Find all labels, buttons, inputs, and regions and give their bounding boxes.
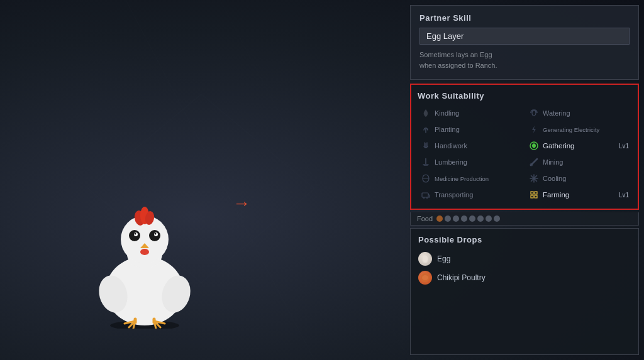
food-icon-4	[461, 215, 467, 222]
work-item-watering: Watering	[526, 106, 631, 121]
chicken-character	[50, 215, 164, 341]
farming-level: Lv1	[619, 192, 629, 199]
possible-drops-title: Possible Drops	[418, 235, 631, 244]
mining-label: Mining	[543, 158, 629, 166]
transporting-icon	[420, 189, 431, 200]
work-grid: Kindling Watering Planting	[418, 106, 631, 202]
svg-point-53	[423, 256, 428, 263]
svg-point-46	[423, 197, 425, 199]
kindling-icon	[420, 107, 431, 119]
work-suitability-section: Work Suitability Kindling Watering	[410, 84, 639, 210]
farming-icon	[528, 189, 540, 200]
food-icon-6	[477, 215, 484, 222]
work-item-gathering: Gathering Lv1	[526, 138, 631, 153]
svg-point-55	[422, 275, 428, 280]
work-item-farming: Farming Lv1	[526, 187, 631, 202]
svg-rect-49	[535, 192, 537, 194]
electricity-label: Generating Electricity	[543, 126, 629, 133]
work-suitability-title: Work Suitability	[418, 91, 631, 101]
skill-description: Sometimes lays an Eggwhen assigned to Ra…	[419, 50, 630, 70]
gathering-label: Gathering	[543, 142, 614, 150]
food-icon-1	[436, 215, 443, 222]
cooling-icon	[528, 173, 540, 184]
work-item-handiwork: Handiwork	[418, 138, 523, 153]
svg-rect-48	[531, 192, 533, 194]
electricity-icon	[528, 124, 540, 135]
svg-point-23	[155, 233, 157, 235]
svg-point-38	[530, 163, 533, 166]
food-icon-7	[486, 215, 492, 222]
work-item-lumbering: Lumbering	[418, 155, 523, 170]
gathering-icon	[528, 140, 540, 151]
work-item-cooling: Cooling	[526, 171, 631, 186]
planting-icon	[420, 124, 431, 135]
food-icon-2	[445, 215, 451, 222]
work-item-electricity: Generating Electricity	[526, 122, 631, 137]
work-item-mining: Mining	[526, 155, 631, 170]
partner-skill-section: Partner Skill Egg Layer Sometimes lays a…	[410, 5, 639, 80]
svg-rect-50	[531, 195, 533, 198]
work-item-planting: Planting	[418, 122, 523, 137]
work-item-kindling: Kindling	[418, 106, 523, 121]
svg-rect-51	[535, 195, 537, 198]
lumbering-icon	[420, 156, 431, 168]
svg-point-33	[532, 111, 536, 116]
pointing-arrow: →	[233, 194, 249, 214]
svg-point-22	[135, 233, 136, 235]
work-item-transporting: Transporting	[418, 187, 523, 202]
watering-icon	[528, 107, 540, 119]
svg-marker-34	[532, 126, 536, 133]
partner-skill-title: Partner Skill	[419, 13, 630, 23]
lumbering-label: Lumbering	[435, 158, 521, 166]
svg-line-1	[220, 0, 409, 360]
egg-label: Egg	[437, 254, 450, 263]
handiwork-label: Handiwork	[435, 142, 521, 150]
transporting-label: Transporting	[435, 191, 521, 199]
mining-icon	[528, 156, 540, 168]
drop-item-egg: Egg	[418, 249, 631, 268]
food-icon-5	[469, 215, 475, 222]
food-icon-8	[494, 215, 500, 222]
poultry-label: Chikipi Poultry	[437, 273, 486, 282]
drop-item-poultry: Chikipi Poultry	[418, 268, 631, 287]
farming-label: Farming	[543, 191, 614, 199]
svg-point-47	[426, 197, 428, 199]
watering-label: Watering	[543, 109, 629, 117]
food-bar: Food	[410, 212, 639, 226]
svg-point-17	[140, 249, 149, 255]
svg-rect-45	[422, 193, 428, 197]
gathering-level: Lv1	[619, 143, 629, 150]
svg-rect-36	[425, 158, 426, 164]
kindling-label: Kindling	[435, 109, 521, 117]
skill-name: Egg Layer	[419, 28, 630, 45]
right-panel: Partner Skill Egg Layer Sometimes lays a…	[405, 0, 644, 360]
medicine-label: Medicine Production	[435, 175, 521, 182]
possible-drops-section: Possible Drops Egg Chikipi Poultry	[410, 228, 639, 355]
cooling-label: Cooling	[543, 175, 629, 182]
medicine-icon	[420, 173, 431, 184]
handiwork-icon	[420, 140, 431, 151]
food-icons	[436, 215, 500, 222]
work-item-medicine: Medicine Production	[418, 171, 523, 186]
food-label: Food	[417, 215, 433, 222]
planting-label: Planting	[435, 126, 521, 133]
poultry-icon	[418, 271, 432, 285]
egg-icon	[418, 252, 432, 266]
food-icon-3	[453, 215, 459, 222]
